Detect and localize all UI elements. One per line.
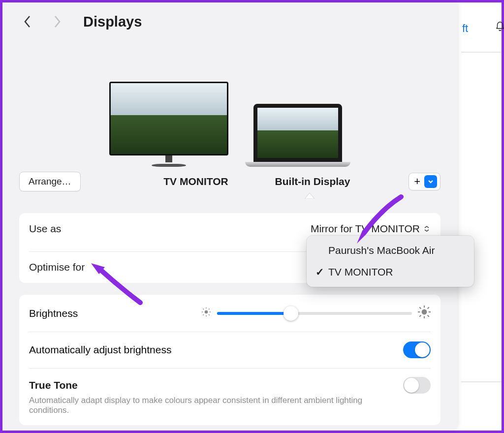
- auto-brightness-label: Automatically adjust brightness: [29, 344, 171, 356]
- bell-icon: [495, 21, 504, 34]
- header-bar: Displays: [2, 2, 457, 35]
- system-settings-displays-window: Displays Arrange… TV MONITOR Built-in Di…: [2, 2, 457, 431]
- forward-button[interactable]: [49, 13, 65, 30]
- background-link-fragment: ft: [462, 22, 468, 35]
- brightness-low-icon: [201, 307, 211, 319]
- chevron-up-down-icon: [423, 225, 431, 233]
- brightness-row: Brightness: [19, 295, 441, 332]
- use-as-label: Use as: [29, 223, 61, 235]
- builtin-display-preview[interactable]: [245, 104, 350, 167]
- true-tone-label: True Tone: [29, 379, 78, 391]
- brightness-high-icon: [418, 306, 431, 321]
- plus-icon: +: [414, 175, 420, 188]
- popover-item-macbook[interactable]: Paurush's MacBook Air: [307, 240, 474, 261]
- svg-line-7: [209, 314, 210, 315]
- svg-point-10: [422, 309, 427, 315]
- svg-line-9: [209, 309, 210, 309]
- optimise-for-label: Optimise for: [29, 261, 85, 273]
- svg-line-6: [203, 309, 204, 309]
- back-button[interactable]: [19, 13, 36, 30]
- svg-line-18: [428, 307, 429, 309]
- page-title: Displays: [83, 14, 142, 30]
- add-display-dropdown[interactable]: [424, 175, 437, 188]
- svg-line-8: [203, 314, 204, 315]
- builtin-display-label: Built-in Display: [263, 176, 362, 187]
- true-tone-toggle[interactable]: [403, 377, 431, 394]
- brightness-label: Brightness: [29, 308, 191, 319]
- svg-line-16: [428, 315, 429, 317]
- svg-line-15: [419, 307, 421, 309]
- display-preview-area: Arrange… TV MONITOR Built-in Display +: [2, 35, 457, 197]
- use-as-value[interactable]: Mirror for TV MONITOR: [311, 223, 431, 235]
- selected-display-indicator: [305, 192, 315, 198]
- add-display-button[interactable]: +: [409, 173, 441, 190]
- tv-monitor-label: TV MONITOR: [136, 176, 255, 187]
- arrange-button[interactable]: Arrange…: [19, 172, 81, 191]
- popover-item-tv-monitor[interactable]: TV MONITOR: [307, 261, 474, 283]
- display-settings-group-2: Brightness Automatically adjust brightne…: [19, 295, 441, 425]
- true-tone-row: True Tone Automatically adapt display to…: [19, 368, 441, 425]
- tv-monitor-preview[interactable]: [109, 82, 228, 167]
- optimise-for-popover: Paurush's MacBook Air TV MONITOR: [307, 236, 474, 287]
- true-tone-description: Automatically adapt display to make colo…: [29, 396, 383, 415]
- svg-point-1: [205, 310, 208, 314]
- auto-brightness-toggle[interactable]: [403, 341, 431, 358]
- svg-marker-0: [305, 193, 315, 199]
- auto-brightness-row: Automatically adjust brightness: [19, 332, 441, 368]
- brightness-slider[interactable]: [217, 312, 412, 315]
- svg-line-17: [419, 315, 421, 317]
